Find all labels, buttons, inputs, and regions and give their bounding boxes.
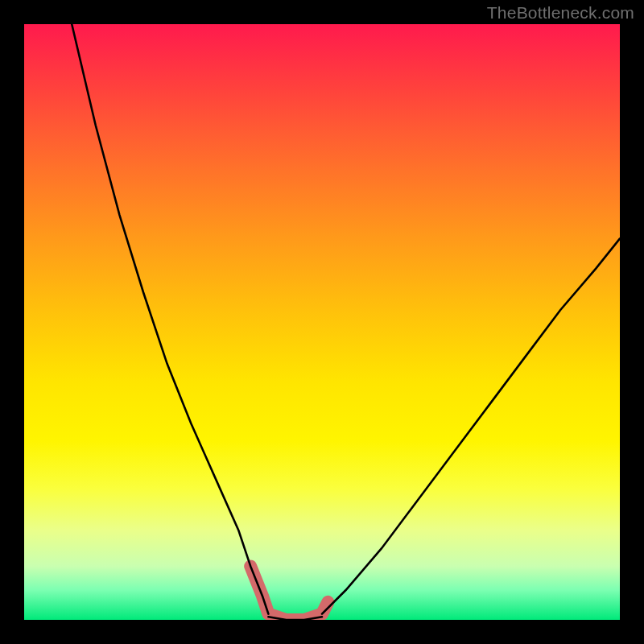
outer-frame: TheBottleneck.com — [0, 0, 644, 644]
watermark-text: TheBottleneck.com — [487, 3, 634, 23]
curve-right-path — [322, 238, 620, 613]
plot-area — [24, 24, 620, 620]
curve-svg — [24, 24, 620, 620]
curve-left-path — [72, 24, 268, 614]
